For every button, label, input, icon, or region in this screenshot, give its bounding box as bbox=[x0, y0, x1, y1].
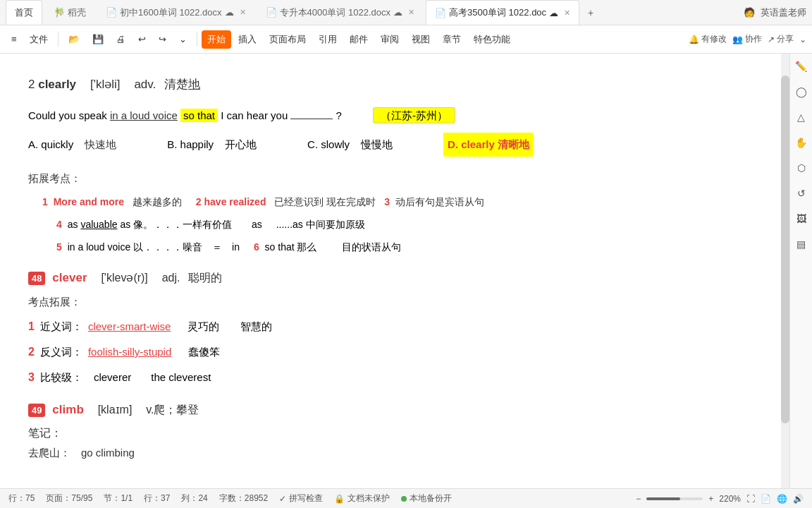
local-label: 本地备份开 bbox=[410, 492, 452, 504]
expand2-r2-cn: 蠢傻笨 bbox=[188, 341, 220, 363]
scrollbar[interactable] bbox=[781, 54, 789, 488]
status-section: 节：1/1 bbox=[104, 492, 133, 504]
sentence-text2: I can hear you bbox=[221, 109, 290, 121]
sentence-phrase1: in a loud voice bbox=[110, 109, 178, 121]
toolbar-mail[interactable]: 邮件 bbox=[344, 30, 374, 49]
toolbar-start[interactable]: 开始 bbox=[202, 30, 231, 49]
status-spellcheck[interactable]: ✓ 拼写检查 bbox=[279, 492, 323, 504]
sidebar-icon-history[interactable]: ↺ bbox=[794, 186, 808, 200]
tab-doc2[interactable]: 📄 专升本4000单词 1022.docx ☁ ✕ bbox=[257, 0, 424, 25]
word-climb-phonetic: [klaɪm] bbox=[98, 404, 133, 416]
toolbar-file[interactable]: 文件 bbox=[24, 30, 54, 49]
tab-home-label: 首页 bbox=[15, 6, 33, 19]
right-tools: 🔔 有修改 👥 协作 ↗ 分享 ⌄ bbox=[689, 33, 806, 45]
user-avatar: 🧑 bbox=[744, 7, 755, 18]
notes-label: 笔记： bbox=[28, 426, 761, 441]
toolbar-reference[interactable]: 引用 bbox=[313, 30, 343, 49]
word-clearly-meaning: 清楚地 bbox=[164, 78, 200, 91]
toolbar-share[interactable]: ↗ 分享 bbox=[768, 33, 794, 45]
toolbar-chapter[interactable]: 章节 bbox=[437, 30, 467, 49]
toolbar-redo[interactable]: ↪ bbox=[153, 31, 172, 47]
sidebar-icon-triangle[interactable]: △ bbox=[794, 110, 808, 124]
word-clearly-header: 2 clearly ['kləli] adv. 清楚地 bbox=[28, 76, 761, 92]
right-sidebar: ✏️ ◯ △ ✋ ⬡ ↺ 🖼 ▤ bbox=[789, 54, 812, 488]
toolbar-collab[interactable]: 👥 协作 bbox=[732, 33, 762, 45]
tab-doc3-close[interactable]: ✕ bbox=[564, 8, 570, 18]
word-clever-meaning: 聪明的 bbox=[188, 272, 222, 284]
volume-icon[interactable]: 🔊 bbox=[793, 494, 804, 504]
sentence-blank bbox=[290, 119, 333, 119]
status-local[interactable]: 本地备份开 bbox=[401, 492, 452, 504]
toolbar-undo[interactable]: ↩ bbox=[133, 31, 152, 47]
fullscreen-btn[interactable]: ⛶ bbox=[746, 494, 755, 504]
expand2-r1-content: clever-smart-wise bbox=[88, 316, 171, 337]
toolbar-menu[interactable]: ≡ bbox=[6, 31, 23, 47]
tab-straw-icon: 🎋 bbox=[54, 7, 65, 18]
expand1-row1: 1 More and more 越来越多的 2 have realized 已经… bbox=[28, 192, 761, 212]
expand2-label: 考点拓展： bbox=[28, 291, 761, 313]
sidebar-icon-pen[interactable]: ✏️ bbox=[794, 59, 808, 73]
go-climbing: 去爬山： go climbing bbox=[28, 447, 761, 460]
sentence-location: （江苏-苏州） bbox=[373, 107, 455, 123]
toolbar-view[interactable]: 视图 bbox=[406, 30, 436, 49]
status-line: 行：37 bbox=[144, 492, 170, 504]
toolbar-divider-2 bbox=[197, 32, 197, 47]
toolbar-modify[interactable]: 🔔 有修改 bbox=[689, 33, 727, 45]
tab-doc1-close[interactable]: ✕ bbox=[240, 8, 246, 17]
tab-doc1-icon: 📄 bbox=[106, 7, 117, 18]
toolbar-insert[interactable]: 插入 bbox=[233, 30, 262, 49]
tab-straw-label: 稻壳 bbox=[68, 6, 86, 19]
toolbar-save[interactable]: 💾 bbox=[87, 31, 109, 47]
expand1-r3-content: 5 in a loud voice 以．．．．噪音 ＝ in 6 so that… bbox=[56, 237, 401, 257]
toolbar-print[interactable]: 🖨 bbox=[111, 31, 131, 47]
tab-home[interactable]: 首页 bbox=[6, 0, 42, 25]
sidebar-icon-hand[interactable]: ✋ bbox=[794, 135, 808, 150]
toolbar-open[interactable]: 📂 bbox=[63, 31, 85, 47]
username-label: 英语盖老师 bbox=[761, 6, 806, 19]
tab-straw[interactable]: 🎋 稻壳 bbox=[45, 0, 94, 25]
status-line-label: 行：37 bbox=[144, 492, 170, 504]
toolbar-layout[interactable]: 页面布局 bbox=[264, 30, 312, 49]
tab-doc3[interactable]: 📄 高考3500单词 1022.doc ☁ ✕ bbox=[426, 0, 579, 25]
expand2-r3-num: 3 bbox=[28, 366, 35, 389]
tab-doc2-label: 专升本4000单词 1022.docx bbox=[280, 6, 391, 19]
toolbar-review[interactable]: 审阅 bbox=[375, 30, 405, 49]
status-chars-label: 字数：28952 bbox=[219, 492, 268, 504]
doc-protection-label: 文档未保护 bbox=[347, 492, 390, 504]
word-climb-pos: v.爬；攀登 bbox=[146, 404, 199, 416]
sidebar-icon-image[interactable]: 🖼 bbox=[794, 212, 808, 226]
expand2-r3-label: 比较级： bbox=[40, 367, 82, 388]
status-col: 列：24 bbox=[181, 492, 207, 504]
sidebar-icon-circle[interactable]: ◯ bbox=[794, 85, 808, 99]
choice-d-label: D. clearly 清晰地 bbox=[443, 133, 534, 157]
tab-doc1[interactable]: 📄 初中1600单词 1022.docx ☁ ✕ bbox=[97, 0, 254, 25]
zoom-slider[interactable] bbox=[646, 497, 703, 500]
local-status-dot bbox=[401, 496, 407, 502]
expand2-r3-content2: the cleverest bbox=[151, 367, 211, 388]
toolbar-chevron[interactable]: ⌄ bbox=[173, 31, 192, 47]
status-doc-protection[interactable]: 🔒 文档未保护 bbox=[334, 492, 390, 504]
sentence-row: Could you speak in a loud voice so that … bbox=[28, 104, 761, 127]
word-clearly-number: 2 bbox=[28, 78, 38, 91]
expand1-r1-content: 1 More and more 越来越多的 2 have realized 已经… bbox=[42, 192, 484, 212]
status-row: 行：75 bbox=[8, 492, 35, 504]
sidebar-icon-hex[interactable]: ⬡ bbox=[794, 161, 808, 175]
word-clever-pos: adj. bbox=[162, 272, 180, 284]
choice-d: D. clearly 清晰地 bbox=[443, 133, 534, 157]
expand2-r1-num: 1 bbox=[28, 315, 35, 338]
tab-doc2-close[interactable]: ✕ bbox=[408, 8, 414, 17]
zoom-in-btn[interactable]: + bbox=[708, 494, 713, 504]
toolbar-collapse[interactable]: ⌄ bbox=[799, 35, 806, 44]
zoom-out-btn[interactable]: − bbox=[636, 494, 641, 504]
toolbar: ≡ 文件 📂 💾 🖨 ↩ ↪ ⌄ 开始 插入 页面布局 引用 邮件 审阅 视图 … bbox=[0, 25, 812, 54]
toolbar-special[interactable]: 特色功能 bbox=[468, 30, 516, 49]
word-clearly-phonetic: ['kləli] bbox=[90, 78, 121, 91]
expand1-row3: 5 in a loud voice 以．．．．噪音 ＝ in 6 so that… bbox=[28, 237, 761, 257]
globe-icon[interactable]: 🌐 bbox=[777, 494, 787, 504]
sentence-connector: so that bbox=[180, 109, 218, 122]
tab-add-button[interactable]: + bbox=[582, 4, 599, 21]
scrollbar-thumb[interactable] bbox=[781, 75, 789, 423]
sidebar-icon-list[interactable]: ▤ bbox=[794, 237, 808, 251]
tab-doc1-cloud: ☁ bbox=[225, 7, 234, 18]
expand2-row1: 1 近义词： clever-smart-wise 灵巧的 智慧的 bbox=[28, 315, 761, 338]
